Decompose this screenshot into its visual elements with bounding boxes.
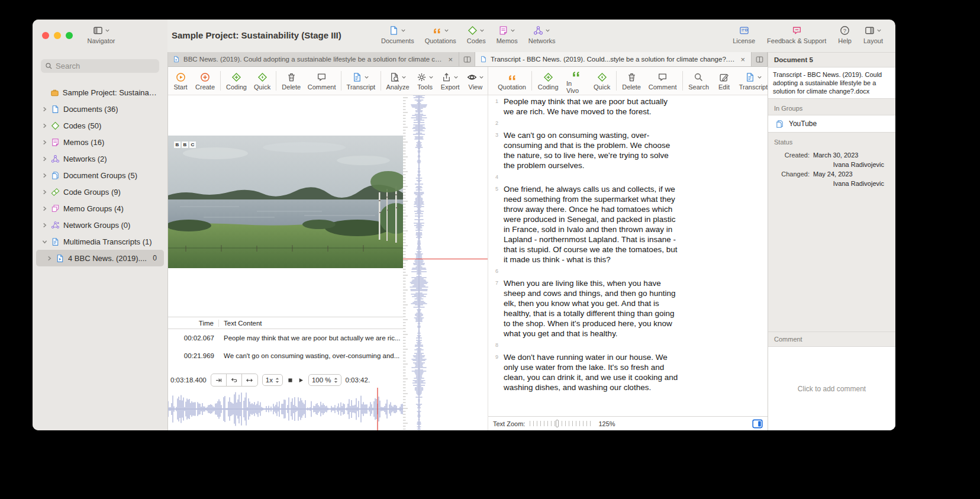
transcript-paragraph[interactable]: 1People may think that we are poor but a… xyxy=(488,96,768,117)
paragraph-text[interactable] xyxy=(504,340,679,350)
feedback-support-button[interactable]: Feedback & Support xyxy=(762,24,831,44)
quotation-button[interactable]: Quotation xyxy=(494,70,530,92)
tab-transcript-document[interactable]: Transcript - BBC News. (2019). Could...s… xyxy=(475,52,752,66)
chevron-right-icon[interactable] xyxy=(42,223,51,228)
paragraph-text[interactable]: We can't go on consuming wasting, over-c… xyxy=(504,130,679,170)
transcript-paragraph[interactable]: 7When you are living like this, when you… xyxy=(488,278,768,339)
minimize-window-button[interactable] xyxy=(54,32,61,39)
in-vivo-button[interactable]: In Vivo xyxy=(562,66,589,96)
document-title-field[interactable]: Transcript - BBC News. (2019). Could ado… xyxy=(768,67,895,99)
quick-button[interactable]: Quick xyxy=(589,70,614,92)
segment-row[interactable]: 00:21.969We can't go on consuming wastin… xyxy=(168,347,403,365)
chevron-down-icon[interactable] xyxy=(42,239,51,244)
sidebar-item-documents-36[interactable]: Documents (36) xyxy=(36,101,164,117)
quick-button[interactable]: Quick xyxy=(250,70,274,92)
sidebar-item-4-bbc-news-2019[interactable]: 4 BBC News. (2019)....0 xyxy=(36,250,164,266)
audio-waveform-horizontal[interactable] xyxy=(168,388,403,430)
paragraph-text[interactable] xyxy=(504,172,679,182)
search-input[interactable] xyxy=(56,62,150,70)
text-column-header[interactable]: Text Content xyxy=(219,320,262,327)
documents-button[interactable]: Documents xyxy=(376,24,420,44)
paragraph-text[interactable]: We don't have running water in our house… xyxy=(504,352,679,392)
paragraph-text[interactable] xyxy=(504,266,679,276)
speed-stepper[interactable]: 1x xyxy=(262,374,283,386)
zoom-window-button[interactable] xyxy=(66,32,73,39)
sidebar-item-code-groups-9[interactable]: Code Groups (9) xyxy=(36,183,164,200)
stepper-arrows-icon[interactable] xyxy=(334,377,338,384)
tab-video-document[interactable]: BBC News. (2019). Could adopting a susta… xyxy=(168,52,459,66)
comment-button[interactable]: Comment xyxy=(304,70,339,92)
transcript-text[interactable]: 1People may think that we are poor but a… xyxy=(488,95,768,416)
chevron-right-icon[interactable] xyxy=(42,107,51,112)
transcript-paragraph[interactable]: 3We can't go on consuming wasting, over-… xyxy=(488,130,768,170)
analyze-button[interactable]: Analyze xyxy=(383,70,413,92)
sidebar-item-codes-50[interactable]: Codes (50) xyxy=(36,117,164,134)
split-view-button[interactable] xyxy=(459,52,475,66)
edit-button[interactable]: Edit xyxy=(713,70,736,92)
sidebar-item-sample-project-sustainabi[interactable]: Sample Project: Sustainabi… xyxy=(36,84,164,101)
search-button[interactable]: Search xyxy=(685,70,713,92)
paragraph-text[interactable]: One friend, he always calls us and colle… xyxy=(504,184,679,265)
transcript-button[interactable]: Transcript xyxy=(343,70,379,92)
stop-button[interactable] xyxy=(287,377,294,384)
play-button[interactable] xyxy=(298,377,304,384)
coding-button[interactable]: Coding xyxy=(223,70,250,92)
transcript-paragraph[interactable]: 9We don't have running water in our hous… xyxy=(488,352,768,392)
search-field[interactable] xyxy=(41,59,159,73)
codes-button[interactable]: Codes xyxy=(462,24,491,44)
group-row-youtube[interactable]: YouTube xyxy=(768,115,895,133)
fit-range-button[interactable] xyxy=(242,374,257,386)
zoom-stepper[interactable]: 100 % xyxy=(308,374,341,386)
close-window-button[interactable] xyxy=(42,32,49,39)
license-button[interactable]: License xyxy=(727,24,760,44)
video-frame[interactable]: BBC xyxy=(168,136,403,268)
chevron-right-icon[interactable] xyxy=(42,123,51,128)
loop-button[interactable] xyxy=(227,374,242,386)
transcript-paragraph[interactable]: 2 xyxy=(488,118,768,128)
sidebar-item-network-groups-0[interactable]: Network Groups (0) xyxy=(36,217,164,233)
audio-waveform-vertical[interactable] xyxy=(403,95,434,430)
close-tab-icon[interactable]: × xyxy=(739,55,746,64)
transcript-paragraph[interactable]: 6 xyxy=(488,266,768,276)
transcript-button[interactable]: Transcript xyxy=(736,70,772,92)
create-button[interactable]: Create xyxy=(192,70,218,92)
transcript-paragraph[interactable]: 8 xyxy=(488,340,768,350)
coding-button[interactable]: Coding xyxy=(534,70,562,92)
slider-thumb[interactable] xyxy=(556,420,559,427)
paragraph-text[interactable]: People may think that we are poor but ac… xyxy=(504,96,679,117)
help-button[interactable]: ?Help xyxy=(833,24,857,44)
delete-button[interactable]: Delete xyxy=(618,70,645,92)
delete-button[interactable]: Delete xyxy=(278,70,304,92)
networks-button[interactable]: Networks xyxy=(523,24,561,44)
close-tab-icon[interactable]: × xyxy=(447,55,454,64)
sidebar-item-memos-16[interactable]: Memos (16) xyxy=(36,134,164,150)
comment-button[interactable]: Comment xyxy=(645,70,681,92)
start-button[interactable]: Start xyxy=(169,70,192,92)
layout-button[interactable]: Layout xyxy=(858,24,888,44)
transcript-paragraph[interactable]: 5One friend, he always calls us and coll… xyxy=(488,184,768,265)
split-view-button-2[interactable] xyxy=(752,52,768,66)
text-zoom-slider[interactable] xyxy=(530,421,594,426)
chevron-right-icon[interactable] xyxy=(42,189,51,195)
tools-button[interactable]: Tools xyxy=(412,70,437,92)
stepper-arrows-icon[interactable] xyxy=(275,377,279,384)
chevron-right-icon[interactable] xyxy=(47,256,56,261)
time-column-header[interactable]: Time xyxy=(168,320,219,327)
sidebar-item-networks-2[interactable]: Networks (2) xyxy=(36,150,164,167)
chevron-right-icon[interactable] xyxy=(42,173,51,178)
step-forward-button[interactable] xyxy=(211,374,227,386)
sidebar-item-multimedia-transcripts-1[interactable]: Multimedia Transcripts (1) xyxy=(36,233,164,250)
navigator-toggle-button[interactable]: Navigator xyxy=(82,24,120,44)
export-button[interactable]: Export xyxy=(437,70,463,92)
chevron-right-icon[interactable] xyxy=(42,206,51,211)
chevron-right-icon[interactable] xyxy=(42,140,51,145)
sidebar-item-document-groups-5[interactable]: Document Groups (5) xyxy=(36,167,164,183)
paragraph-text[interactable]: When you are living like this, when you … xyxy=(504,278,679,339)
view-button[interactable]: View xyxy=(463,70,488,92)
inspector-toggle-icon[interactable] xyxy=(752,418,763,429)
quotations-button[interactable]: Quotations xyxy=(420,24,462,44)
transcript-paragraph[interactable]: 4 xyxy=(488,172,768,182)
segment-row[interactable]: 00:02.067People may think that we are po… xyxy=(168,329,403,347)
sidebar-item-memo-groups-4[interactable]: Memo Groups (4) xyxy=(36,200,164,217)
paragraph-text[interactable] xyxy=(504,118,679,128)
